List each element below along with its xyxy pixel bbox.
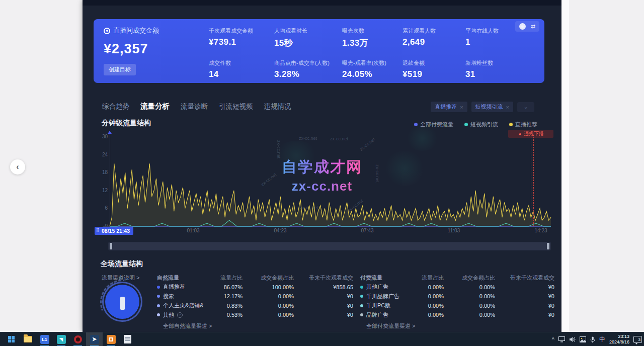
teal-app-icon: ◥ [57, 335, 66, 344]
opera-ring-icon [74, 335, 82, 343]
microphone-icon[interactable] [590, 336, 595, 343]
table-row: 品牌广告 0.00% 0.00% ¥0 [360, 310, 554, 320]
primary-metric-label: 直播间成交金额 [113, 26, 159, 35]
notification-center-icon[interactable]: 3 [633, 336, 642, 343]
chart-legend: 全部付费流量 短视频引流 直播推荐 [414, 121, 537, 128]
windows-taskbar: L1 ◥ ➤ ^ 中 23:13 2024/8/16 [0, 332, 644, 346]
notepad-icon [124, 335, 131, 343]
timeline-scrollbar-track [111, 242, 548, 250]
flow-section-title: 全场流量结构 [101, 260, 143, 269]
help-icon[interactable]: ? [177, 312, 183, 318]
tab-violations[interactable]: 违规情况 [264, 102, 291, 111]
stat-view-rate: 曝光-观看率(次数)24.05% [342, 59, 403, 79]
row-dot [360, 304, 363, 307]
filter-tag-live-recommend[interactable]: 直播推荐 × [431, 102, 467, 112]
clock-date: 2024/8/16 [609, 339, 629, 345]
paid-traffic-table: 付费流量 流量占比 成交金额占比 带来千次观看成交 其他广告 0.00% 0.0… [360, 273, 554, 330]
tab-video-referral[interactable]: 引流短视频 [219, 102, 253, 111]
legend-dot-short-video [464, 123, 468, 126]
tab-traffic-diagnosis[interactable]: 流量诊断 [181, 102, 208, 111]
chevron-down-icon: ⌄ [523, 104, 528, 110]
legend-paid-traffic[interactable]: 全部付费流量 [414, 121, 453, 128]
taskbar-app-notepad[interactable] [119, 332, 136, 346]
table-row: 搜索 12.17% 0.00% ¥0 [157, 292, 353, 301]
chevron-left-icon: ‹ [16, 162, 19, 171]
minute-chart-title: 分钟级流量结构 [102, 119, 151, 128]
donut-center-label [120, 297, 125, 310]
clock-time: 23:13 [609, 334, 629, 339]
start-button[interactable] [3, 332, 20, 346]
monitor-icon[interactable] [558, 336, 565, 342]
violation-marker-line [531, 137, 531, 226]
timeline-scrollbar[interactable] [108, 242, 551, 250]
taskbar-app-active-cursor[interactable]: ➤ [86, 332, 103, 346]
stat-gpm: 千次观看成交金额¥739.1 [209, 27, 274, 49]
target-icon [104, 28, 110, 34]
orange-app-icon [107, 335, 116, 344]
tab-overall-trend[interactable]: 综合趋势 [102, 102, 129, 111]
row-dot [360, 313, 363, 316]
tray-chevron-up-icon[interactable]: ^ [552, 336, 554, 342]
all-paid-channels-link[interactable]: 全部付费流量渠道 > [360, 322, 554, 330]
taskbar-clock[interactable]: 23:13 2024/8/16 [609, 334, 629, 345]
table-header: 付费流量 流量占比 成交金额占比 带来千次观看成交 [360, 273, 554, 283]
gear-icon[interactable]: ● [519, 23, 526, 30]
taskbar-app-opera[interactable] [69, 332, 86, 346]
primary-metric-label-row: 直播间成交金额 [104, 26, 204, 35]
table-row: 千川PC版 0.00% 0.00% ¥0 [360, 301, 554, 311]
top-strip [83, 0, 561, 6]
legend-short-video[interactable]: 短视频引流 [464, 121, 498, 128]
folder-icon [24, 336, 32, 342]
stat-new-followers: 新增粉丝数31 [465, 59, 531, 79]
taskbar-app-teal[interactable]: ◥ [53, 332, 69, 346]
close-icon[interactable]: × [506, 104, 509, 110]
stat-total-viewers: 累计观看人数2,649 [403, 27, 465, 49]
row-dot [157, 295, 160, 298]
filter-tag-short-video[interactable]: 短视频引流 × [471, 102, 513, 112]
x-axis-start-badge[interactable]: 08/15 21:43 [95, 227, 133, 235]
photos-icon[interactable] [580, 336, 586, 342]
x-tick: 11:03 [443, 228, 465, 233]
ime-indicator[interactable]: 中 [599, 335, 605, 344]
row-dot [157, 286, 160, 289]
taskbar-file-explorer[interactable] [20, 332, 36, 346]
timeline-handle-left[interactable] [110, 243, 112, 249]
stat-impressions: 曝光次数1.33万 [342, 27, 403, 49]
natural-traffic-table: 自然流量 流量占比 成交金额占比 带来千次观看成交 直播推荐 86.07% 10… [157, 273, 353, 330]
row-dot [360, 295, 363, 298]
banner-toolbar: ● ⇄ [515, 21, 539, 32]
x-tick: 01:03 [182, 228, 204, 233]
taskbar-app-l1[interactable]: L1 [36, 332, 53, 346]
swap-icon[interactable]: ⇄ [531, 24, 535, 29]
system-tray: ^ 中 23:13 2024/8/16 3 [552, 332, 642, 346]
filter-tags: 直播推荐 × 短视频引流 × ⌄ [431, 102, 534, 112]
cursor-app-icon: ➤ [90, 335, 99, 344]
timeline-handle-right[interactable] [547, 243, 549, 249]
traffic-donut-chart [105, 285, 139, 319]
dashboard: 直播间成交金额 ¥2,357 创建目标 千次观看成交金额¥739.1 人均观看时… [83, 0, 561, 332]
close-icon[interactable]: × [460, 104, 463, 110]
legend-live-recommend[interactable]: 直播推荐 [509, 121, 537, 128]
back-button[interactable]: ‹ [10, 159, 25, 175]
tab-traffic-analysis[interactable]: 流量分析 [140, 102, 170, 111]
chart-canvas [110, 137, 551, 226]
create-goal-button[interactable]: 创建目标 [104, 64, 136, 75]
speaker-icon[interactable] [569, 336, 576, 342]
all-natural-channels-link[interactable]: 全部自然流量渠道 > [157, 322, 353, 330]
row-dot [157, 304, 160, 307]
minute-traffic-chart[interactable] [110, 137, 551, 226]
table-row: 其他? 0.53% 0.00% ¥0 [157, 310, 353, 320]
x-tick: 14:23 [530, 228, 552, 233]
y-tick: 18 [97, 169, 108, 175]
table-row: 个人主页&店铺&... 0.83% 0.00% ¥0 [157, 301, 353, 311]
x-tick: 07:43 [356, 228, 378, 233]
filter-dropdown[interactable]: ⌄ [517, 102, 534, 112]
table-row: 千川品牌广告 0.00% 0.00% ¥0 [360, 292, 554, 301]
stat-order-count: 成交件数14 [209, 59, 274, 79]
row-dot [360, 286, 363, 289]
violation-marker-line [533, 137, 534, 226]
y-tick: 24 [97, 152, 108, 157]
taskbar-app-orange[interactable] [103, 332, 119, 346]
windows-logo-icon [8, 336, 15, 343]
y-tick: 12 [97, 188, 108, 193]
